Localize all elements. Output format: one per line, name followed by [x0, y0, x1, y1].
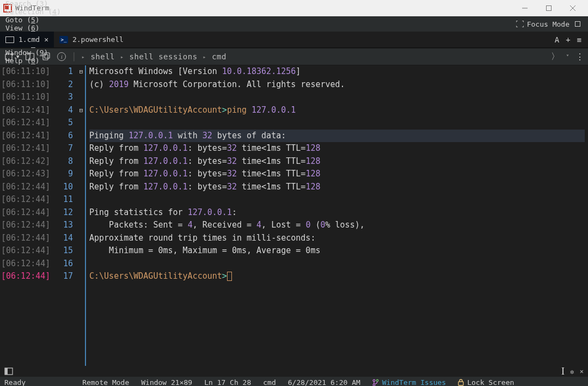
timestamp: [06:12:44] [1, 232, 54, 245]
terminal-line[interactable]: Packets: Sent = 4, Received = 4, Lost = … [89, 219, 588, 232]
fold-toggle [77, 232, 85, 245]
terminal-editor[interactable]: [06:11:10][06:11:10][06:11:10][06:12:41]… [0, 65, 588, 366]
timestamp: [06:12:41] [1, 104, 54, 117]
new-tab-button[interactable]: + [566, 35, 570, 44]
close-panel-icon[interactable]: ✕ [580, 367, 584, 375]
terminal-line[interactable]: Ping statistics for 127.0.0.1: [89, 206, 588, 219]
lineno-gutter: 1234567891011121314151617 [54, 65, 77, 366]
minimize-button[interactable] [513, 0, 537, 16]
more-icon[interactable]: ⋮ [575, 52, 584, 62]
breadcrumb-segment[interactable]: shell sessions [130, 52, 198, 61]
menu-view[interactable]: View (6) [2, 24, 64, 32]
tab-close-icon[interactable]: ✕ [44, 35, 48, 44]
terminal-line[interactable]: Pinging 127.0.0.1 with 32 bytes of data: [89, 130, 585, 143]
fold-toggle [77, 168, 85, 181]
tab-label: 2.powershell [72, 35, 124, 44]
menu-selection[interactable]: Selection (4) [2, 8, 64, 16]
font-size-button[interactable]: A [555, 35, 559, 44]
svg-rect-12 [45, 53, 50, 58]
fold-toggle [77, 142, 85, 155]
dropdown-caret-icon[interactable]: ▼ [16, 54, 19, 59]
fold-toggle [77, 78, 85, 91]
maximize-button[interactable] [537, 0, 561, 16]
lock-icon [458, 379, 464, 386]
panel-icon[interactable] [4, 367, 13, 375]
terminal-content[interactable]: Microsoft Windows [Version 10.0.18362.12… [85, 65, 588, 366]
timestamp: [06:12:43] [1, 168, 54, 181]
git-branch-icon [372, 379, 379, 387]
chevron-right-icon: ▸ [203, 54, 207, 60]
fold-toggle [77, 117, 85, 130]
cmd-icon [5, 36, 14, 43]
terminal-line[interactable]: Approximate round trip times in milli-se… [89, 232, 588, 245]
chevron-down-icon[interactable]: ˅ [566, 54, 569, 60]
terminal-line[interactable]: (c) 2019 Microsoft Corporation. All righ… [89, 78, 588, 91]
terminal-line[interactable]: Reply from 127.0.0.1: bytes=32 time<1ms … [89, 142, 588, 155]
svg-rect-3 [547, 5, 552, 10]
timestamp: [06:12:41] [1, 130, 54, 143]
svg-rect-11 [43, 54, 48, 60]
timestamp: [06:11:10] [1, 65, 54, 78]
lineno: 5 [54, 117, 73, 130]
fold-toggle [77, 91, 85, 104]
terminal-line[interactable]: C:\Users\WDAGUtilityAccount> [89, 270, 588, 283]
timestamp: [06:12:44] [1, 219, 54, 232]
fold-gutter: ⊟⊟ [77, 65, 85, 366]
tab-1-cmd[interactable]: 1.cmd✕ [0, 32, 54, 47]
timestamp: [06:11:10] [1, 91, 54, 104]
focus-mode-label: Focus Mode [527, 20, 569, 28]
lineno: 4 [54, 104, 73, 117]
status-issues-link[interactable]: WindTerm Issues [382, 378, 446, 386]
terminal-line[interactable]: Minimum = 0ms, Maximum = 0ms, Average = … [89, 244, 588, 258]
terminal-line[interactable] [89, 193, 588, 206]
status-position: Ln 17 Ch 28 [204, 378, 251, 386]
terminal-line[interactable] [89, 258, 588, 271]
terminal-line[interactable]: Reply from 127.0.0.1: bytes=32 time<1ms … [89, 168, 588, 181]
forward-icon[interactable]: 〉 [551, 51, 560, 63]
terminal-line[interactable]: Reply from 127.0.0.1: bytes=32 time<1ms … [89, 155, 588, 168]
breadcrumb-segment[interactable]: cmd [212, 52, 226, 61]
status-window-dim: Window 21×89 [141, 378, 192, 386]
focus-mode-icon [516, 21, 524, 27]
text-cursor-icon[interactable]: I [561, 366, 565, 377]
fold-toggle[interactable]: ⊟ [77, 65, 85, 78]
fold-toggle [77, 155, 85, 168]
menu-goto[interactable]: Goto (5) [2, 16, 64, 24]
terminal-line[interactable]: Reply from 127.0.0.1: bytes=32 time<1ms … [89, 181, 588, 194]
fold-toggle[interactable]: ⊟ [77, 104, 85, 117]
terminal-line[interactable]: Microsoft Windows [Version 10.0.18362.12… [89, 65, 588, 78]
terminal-line[interactable]: C:\Users\WDAGUtilityAccount>ping 127.0.0… [89, 104, 588, 117]
tab-label: 1.cmd [19, 35, 40, 44]
lineno: 1 [54, 65, 73, 78]
close-button[interactable] [561, 0, 585, 16]
gear-icon[interactable]: ✲ [570, 367, 574, 376]
fold-toggle [77, 181, 85, 194]
window-controls [513, 0, 585, 16]
lineno: 13 [54, 219, 73, 232]
timestamp: [06:12:44] [1, 270, 54, 283]
chevron-right-icon: ▸ [82, 54, 85, 60]
terminal-line[interactable] [89, 91, 588, 104]
timestamp: [06:12:44] [1, 181, 54, 194]
focus-mode-box-icon [575, 21, 580, 27]
new-window-icon[interactable] [4, 51, 15, 62]
split-icon[interactable] [24, 51, 35, 62]
chevron-right-icon: ▸ [120, 54, 124, 60]
fold-toggle [77, 130, 85, 143]
copy-icon[interactable] [41, 51, 52, 62]
fold-toggle [77, 206, 85, 219]
tab-menu-button[interactable]: ≡ [577, 35, 581, 44]
tab-2-powershell[interactable]: >_2.powershell [54, 32, 129, 47]
timestamp: [06:12:41] [1, 117, 54, 130]
status-bar: Ready Remote Mode Window 21×89 Ln 17 Ch … [0, 377, 588, 386]
lineno: 17 [54, 270, 73, 283]
info-icon[interactable]: i [57, 52, 66, 61]
status-remote-mode[interactable]: Remote Mode [82, 378, 129, 386]
menu-search[interactable]: Search (3) [2, 0, 64, 8]
terminal-line[interactable] [89, 117, 588, 130]
timestamp: [06:12:44] [1, 193, 54, 206]
breadcrumb-segment[interactable]: shell [90, 52, 115, 61]
svg-point-15 [373, 379, 375, 382]
focus-mode-button[interactable]: Focus Mode [511, 20, 586, 28]
lock-screen-button[interactable]: Lock Screen [458, 378, 514, 386]
